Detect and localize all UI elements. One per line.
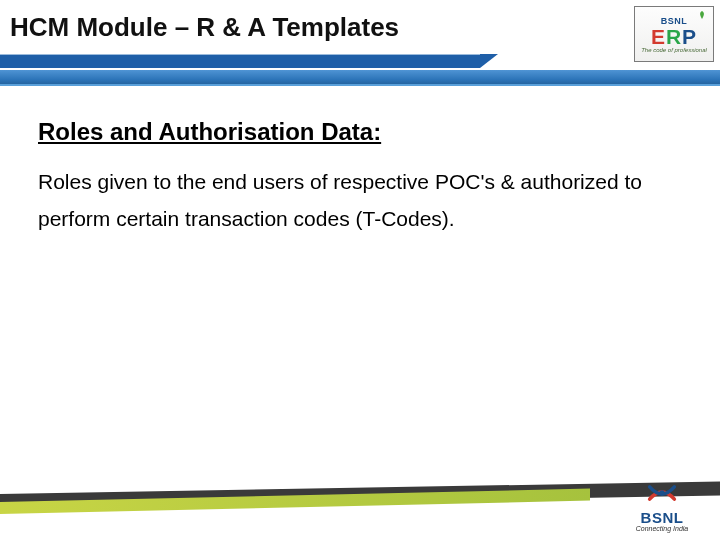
erp-logo-small-text: BSNL: [661, 16, 688, 26]
leaf-icon: [697, 10, 707, 20]
title-underline-arrow: [480, 54, 498, 68]
svg-point-0: [659, 490, 664, 495]
bsnl-mark-icon: [622, 478, 702, 508]
title-underline-bar: [0, 54, 480, 68]
header-band: [0, 70, 720, 86]
bsnl-logo-tagline: Connecting India: [622, 525, 702, 532]
section-heading: Roles and Authorisation Data:: [38, 118, 682, 146]
erp-logo: BSNL ERP The code of professional: [634, 6, 714, 62]
slide: HCM Module – R & A Templates BSNL ERP Th…: [0, 0, 720, 540]
content-area: Roles and Authorisation Data: Roles give…: [38, 118, 682, 238]
bsnl-logo-name: BSNL: [622, 510, 702, 525]
header: HCM Module – R & A Templates: [0, 8, 720, 68]
bsnl-logo: BSNL Connecting India: [622, 478, 702, 532]
footer-swoosh: [0, 486, 720, 514]
page-title: HCM Module – R & A Templates: [10, 12, 399, 43]
erp-logo-tagline: The code of professional: [641, 47, 707, 53]
erp-logo-main-text: ERP: [651, 26, 697, 47]
body-text: Roles given to the end users of respecti…: [38, 164, 682, 238]
